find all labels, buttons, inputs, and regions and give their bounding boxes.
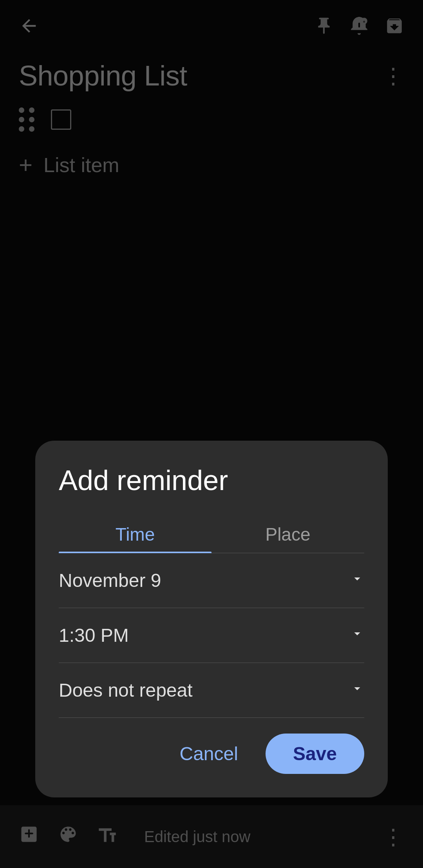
add-reminder-modal: Add reminder Time Place November 9 1:30 … <box>35 441 388 797</box>
date-dropdown[interactable]: November 9 <box>59 553 364 608</box>
save-button[interactable]: Save <box>266 734 364 774</box>
modal-title: Add reminder <box>59 464 364 496</box>
tab-place[interactable]: Place <box>212 516 364 553</box>
cancel-button[interactable]: Cancel <box>168 735 249 772</box>
date-value: November 9 <box>59 570 161 591</box>
time-dropdown[interactable]: 1:30 PM <box>59 608 364 663</box>
tab-bar: Time Place <box>59 516 364 553</box>
repeat-chevron-icon <box>350 681 364 699</box>
modal-actions: Cancel Save <box>59 734 364 774</box>
tab-time[interactable]: Time <box>59 516 212 553</box>
time-value: 1:30 PM <box>59 625 129 646</box>
repeat-dropdown[interactable]: Does not repeat <box>59 663 364 718</box>
time-chevron-icon <box>350 626 364 644</box>
repeat-value: Does not repeat <box>59 679 193 701</box>
date-chevron-icon <box>350 572 364 589</box>
